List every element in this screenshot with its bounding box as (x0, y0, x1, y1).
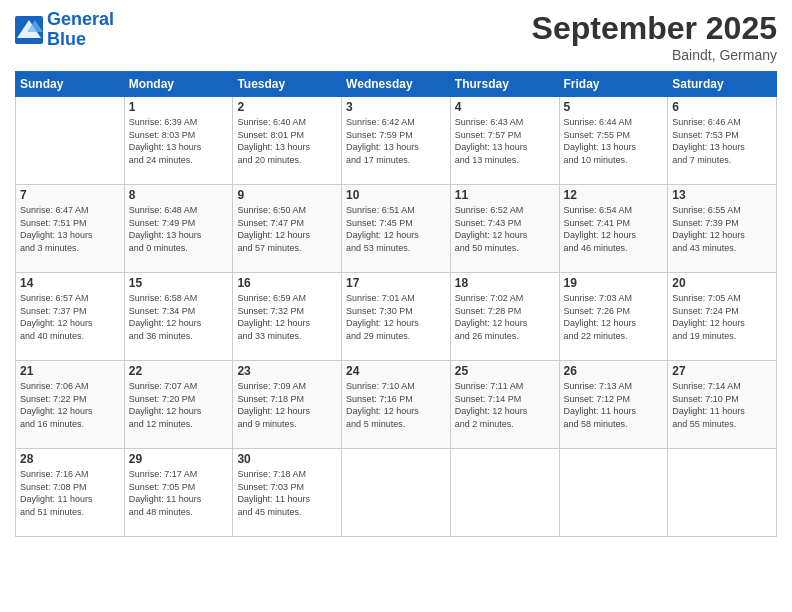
day-number: 21 (20, 364, 120, 378)
day-number: 2 (237, 100, 337, 114)
day-number: 20 (672, 276, 772, 290)
calendar-header: SundayMondayTuesdayWednesdayThursdayFrid… (16, 72, 777, 97)
calendar-cell: 25Sunrise: 7:11 AM Sunset: 7:14 PM Dayli… (450, 361, 559, 449)
location: Baindt, Germany (532, 47, 777, 63)
calendar-cell: 28Sunrise: 7:16 AM Sunset: 7:08 PM Dayli… (16, 449, 125, 537)
day-info: Sunrise: 6:46 AM Sunset: 7:53 PM Dayligh… (672, 116, 772, 166)
page: General Blue September 2025 Baindt, Germ… (0, 0, 792, 612)
weekday-header: Sunday (16, 72, 125, 97)
day-info: Sunrise: 6:44 AM Sunset: 7:55 PM Dayligh… (564, 116, 664, 166)
day-info: Sunrise: 7:05 AM Sunset: 7:24 PM Dayligh… (672, 292, 772, 342)
day-info: Sunrise: 7:09 AM Sunset: 7:18 PM Dayligh… (237, 380, 337, 430)
day-info: Sunrise: 7:02 AM Sunset: 7:28 PM Dayligh… (455, 292, 555, 342)
calendar-cell: 11Sunrise: 6:52 AM Sunset: 7:43 PM Dayli… (450, 185, 559, 273)
day-info: Sunrise: 6:55 AM Sunset: 7:39 PM Dayligh… (672, 204, 772, 254)
day-number: 3 (346, 100, 446, 114)
day-number: 30 (237, 452, 337, 466)
calendar-cell: 27Sunrise: 7:14 AM Sunset: 7:10 PM Dayli… (668, 361, 777, 449)
month-title: September 2025 (532, 10, 777, 47)
calendar-cell: 30Sunrise: 7:18 AM Sunset: 7:03 PM Dayli… (233, 449, 342, 537)
day-number: 25 (455, 364, 555, 378)
day-number: 6 (672, 100, 772, 114)
weekday-header: Wednesday (342, 72, 451, 97)
calendar-week-row: 7Sunrise: 6:47 AM Sunset: 7:51 PM Daylig… (16, 185, 777, 273)
day-info: Sunrise: 7:16 AM Sunset: 7:08 PM Dayligh… (20, 468, 120, 518)
weekday-header: Friday (559, 72, 668, 97)
calendar-cell: 16Sunrise: 6:59 AM Sunset: 7:32 PM Dayli… (233, 273, 342, 361)
day-info: Sunrise: 6:52 AM Sunset: 7:43 PM Dayligh… (455, 204, 555, 254)
weekday-header: Tuesday (233, 72, 342, 97)
day-number: 17 (346, 276, 446, 290)
calendar-week-row: 14Sunrise: 6:57 AM Sunset: 7:37 PM Dayli… (16, 273, 777, 361)
calendar-table: SundayMondayTuesdayWednesdayThursdayFrid… (15, 71, 777, 537)
calendar-cell (559, 449, 668, 537)
calendar-cell: 8Sunrise: 6:48 AM Sunset: 7:49 PM Daylig… (124, 185, 233, 273)
day-number: 26 (564, 364, 664, 378)
day-info: Sunrise: 7:01 AM Sunset: 7:30 PM Dayligh… (346, 292, 446, 342)
day-info: Sunrise: 7:06 AM Sunset: 7:22 PM Dayligh… (20, 380, 120, 430)
day-info: Sunrise: 7:07 AM Sunset: 7:20 PM Dayligh… (129, 380, 229, 430)
calendar-cell: 4Sunrise: 6:43 AM Sunset: 7:57 PM Daylig… (450, 97, 559, 185)
day-info: Sunrise: 6:42 AM Sunset: 7:59 PM Dayligh… (346, 116, 446, 166)
day-number: 14 (20, 276, 120, 290)
calendar-cell: 10Sunrise: 6:51 AM Sunset: 7:45 PM Dayli… (342, 185, 451, 273)
day-info: Sunrise: 7:10 AM Sunset: 7:16 PM Dayligh… (346, 380, 446, 430)
day-number: 28 (20, 452, 120, 466)
day-number: 19 (564, 276, 664, 290)
calendar-cell: 1Sunrise: 6:39 AM Sunset: 8:03 PM Daylig… (124, 97, 233, 185)
day-number: 9 (237, 188, 337, 202)
calendar-cell (16, 97, 125, 185)
calendar-cell: 29Sunrise: 7:17 AM Sunset: 7:05 PM Dayli… (124, 449, 233, 537)
logo-icon (15, 16, 43, 44)
calendar-cell: 7Sunrise: 6:47 AM Sunset: 7:51 PM Daylig… (16, 185, 125, 273)
day-info: Sunrise: 7:14 AM Sunset: 7:10 PM Dayligh… (672, 380, 772, 430)
day-number: 8 (129, 188, 229, 202)
day-number: 13 (672, 188, 772, 202)
day-info: Sunrise: 6:59 AM Sunset: 7:32 PM Dayligh… (237, 292, 337, 342)
calendar-cell: 13Sunrise: 6:55 AM Sunset: 7:39 PM Dayli… (668, 185, 777, 273)
logo-text: General Blue (47, 10, 114, 50)
calendar-cell: 20Sunrise: 7:05 AM Sunset: 7:24 PM Dayli… (668, 273, 777, 361)
day-number: 18 (455, 276, 555, 290)
calendar-week-row: 28Sunrise: 7:16 AM Sunset: 7:08 PM Dayli… (16, 449, 777, 537)
calendar-body: 1Sunrise: 6:39 AM Sunset: 8:03 PM Daylig… (16, 97, 777, 537)
calendar-cell: 21Sunrise: 7:06 AM Sunset: 7:22 PM Dayli… (16, 361, 125, 449)
calendar-cell (668, 449, 777, 537)
day-info: Sunrise: 6:57 AM Sunset: 7:37 PM Dayligh… (20, 292, 120, 342)
calendar-cell: 5Sunrise: 6:44 AM Sunset: 7:55 PM Daylig… (559, 97, 668, 185)
calendar-cell (342, 449, 451, 537)
day-number: 15 (129, 276, 229, 290)
weekday-header: Saturday (668, 72, 777, 97)
calendar-cell: 19Sunrise: 7:03 AM Sunset: 7:26 PM Dayli… (559, 273, 668, 361)
day-info: Sunrise: 6:47 AM Sunset: 7:51 PM Dayligh… (20, 204, 120, 254)
header: General Blue September 2025 Baindt, Germ… (15, 10, 777, 63)
calendar-cell: 26Sunrise: 7:13 AM Sunset: 7:12 PM Dayli… (559, 361, 668, 449)
day-number: 27 (672, 364, 772, 378)
day-info: Sunrise: 6:54 AM Sunset: 7:41 PM Dayligh… (564, 204, 664, 254)
weekday-header: Thursday (450, 72, 559, 97)
day-number: 5 (564, 100, 664, 114)
day-info: Sunrise: 6:58 AM Sunset: 7:34 PM Dayligh… (129, 292, 229, 342)
day-info: Sunrise: 7:03 AM Sunset: 7:26 PM Dayligh… (564, 292, 664, 342)
day-number: 10 (346, 188, 446, 202)
title-block: September 2025 Baindt, Germany (532, 10, 777, 63)
day-number: 29 (129, 452, 229, 466)
calendar-cell: 24Sunrise: 7:10 AM Sunset: 7:16 PM Dayli… (342, 361, 451, 449)
day-number: 16 (237, 276, 337, 290)
day-info: Sunrise: 6:48 AM Sunset: 7:49 PM Dayligh… (129, 204, 229, 254)
day-info: Sunrise: 6:43 AM Sunset: 7:57 PM Dayligh… (455, 116, 555, 166)
calendar-cell: 9Sunrise: 6:50 AM Sunset: 7:47 PM Daylig… (233, 185, 342, 273)
day-info: Sunrise: 7:17 AM Sunset: 7:05 PM Dayligh… (129, 468, 229, 518)
day-number: 24 (346, 364, 446, 378)
day-number: 12 (564, 188, 664, 202)
weekday-row: SundayMondayTuesdayWednesdayThursdayFrid… (16, 72, 777, 97)
calendar-cell: 22Sunrise: 7:07 AM Sunset: 7:20 PM Dayli… (124, 361, 233, 449)
calendar-cell: 18Sunrise: 7:02 AM Sunset: 7:28 PM Dayli… (450, 273, 559, 361)
calendar-cell: 12Sunrise: 6:54 AM Sunset: 7:41 PM Dayli… (559, 185, 668, 273)
calendar-cell: 3Sunrise: 6:42 AM Sunset: 7:59 PM Daylig… (342, 97, 451, 185)
calendar-cell: 14Sunrise: 6:57 AM Sunset: 7:37 PM Dayli… (16, 273, 125, 361)
day-number: 7 (20, 188, 120, 202)
day-info: Sunrise: 7:13 AM Sunset: 7:12 PM Dayligh… (564, 380, 664, 430)
calendar-cell: 15Sunrise: 6:58 AM Sunset: 7:34 PM Dayli… (124, 273, 233, 361)
day-number: 11 (455, 188, 555, 202)
